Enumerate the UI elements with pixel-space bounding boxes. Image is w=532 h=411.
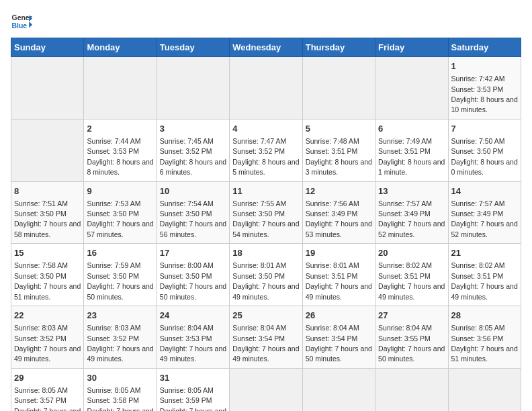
calendar-cell-empty (11, 119, 84, 181)
day-info: Sunrise: 8:00 AMSunset: 3:50 PMDaylight:… (160, 261, 226, 300)
day-number: 29 (14, 372, 81, 384)
day-info: Sunrise: 8:05 AMSunset: 3:58 PMDaylight:… (87, 386, 153, 411)
calendar-cell: 15Sunrise: 7:58 AMSunset: 3:50 PMDayligh… (11, 244, 84, 306)
day-info: Sunrise: 7:54 AMSunset: 3:50 PMDaylight:… (160, 199, 226, 238)
calendar-day-header: Tuesday (157, 38, 229, 57)
day-number: 12 (306, 185, 372, 197)
day-info: Sunrise: 8:05 AMSunset: 3:57 PMDaylight:… (14, 386, 81, 411)
calendar-cell-empty (375, 368, 448, 411)
calendar-cell: 26Sunrise: 8:04 AMSunset: 3:54 PMDayligh… (302, 306, 375, 369)
day-number: 16 (87, 247, 153, 259)
day-number: 8 (14, 185, 81, 197)
day-number: 10 (160, 185, 226, 197)
calendar-cell: 13Sunrise: 7:57 AMSunset: 3:49 PMDayligh… (375, 181, 448, 244)
day-info: Sunrise: 8:03 AMSunset: 3:52 PMDaylight:… (87, 324, 153, 363)
calendar-cell: 30Sunrise: 8:05 AMSunset: 3:58 PMDayligh… (84, 368, 157, 411)
calendar-cell: 16Sunrise: 7:59 AMSunset: 3:50 PMDayligh… (84, 244, 157, 306)
day-number: 1 (451, 60, 518, 73)
calendar-cell: 4Sunrise: 7:47 AMSunset: 3:52 PMDaylight… (230, 119, 302, 181)
calendar-cell-empty (230, 57, 302, 120)
day-info: Sunrise: 7:55 AMSunset: 3:50 PMDaylight:… (232, 199, 299, 238)
calendar-cell: 18Sunrise: 8:01 AMSunset: 3:50 PMDayligh… (230, 244, 302, 306)
day-info: Sunrise: 8:01 AMSunset: 3:51 PMDaylight:… (306, 261, 372, 300)
calendar-cell: 14Sunrise: 7:57 AMSunset: 3:49 PMDayligh… (448, 181, 521, 244)
day-number: 20 (378, 247, 445, 259)
calendar-cell: 20Sunrise: 8:02 AMSunset: 3:51 PMDayligh… (375, 244, 448, 306)
day-info: Sunrise: 7:53 AMSunset: 3:50 PMDaylight:… (87, 199, 153, 238)
day-info: Sunrise: 7:47 AMSunset: 3:52 PMDaylight:… (232, 137, 299, 176)
day-info: Sunrise: 7:42 AMSunset: 3:53 PMDaylight:… (451, 75, 518, 113)
calendar-cell: 17Sunrise: 8:00 AMSunset: 3:50 PMDayligh… (157, 244, 229, 306)
day-number: 9 (87, 185, 153, 197)
day-number: 28 (451, 310, 518, 322)
calendar-cell: 1Sunrise: 7:42 AMSunset: 3:53 PMDaylight… (448, 57, 521, 120)
calendar-day-header: Friday (375, 38, 448, 57)
svg-text:Blue: Blue (12, 22, 28, 30)
day-info: Sunrise: 8:05 AMSunset: 3:59 PMDaylight:… (160, 386, 226, 411)
day-number: 30 (87, 372, 153, 384)
day-info: Sunrise: 8:04 AMSunset: 3:55 PMDaylight:… (378, 324, 445, 363)
day-info: Sunrise: 8:03 AMSunset: 3:52 PMDaylight:… (14, 324, 81, 363)
day-info: Sunrise: 7:44 AMSunset: 3:53 PMDaylight:… (87, 137, 153, 176)
calendar-cell-empty (11, 57, 84, 120)
calendar-day-header: Sunday (11, 38, 84, 57)
day-info: Sunrise: 7:45 AMSunset: 3:52 PMDaylight:… (160, 137, 226, 176)
day-info: Sunrise: 7:51 AMSunset: 3:50 PMDaylight:… (14, 199, 81, 238)
calendar-cell: 6Sunrise: 7:49 AMSunset: 3:51 PMDaylight… (375, 119, 448, 181)
calendar-cell-empty (375, 57, 448, 120)
day-info: Sunrise: 7:50 AMSunset: 3:50 PMDaylight:… (451, 137, 518, 176)
logo: General Blue (11, 11, 32, 32)
day-info: Sunrise: 8:02 AMSunset: 3:51 PMDaylight:… (451, 261, 518, 300)
calendar-cell: 10Sunrise: 7:54 AMSunset: 3:50 PMDayligh… (157, 181, 229, 244)
calendar-cell: 28Sunrise: 8:05 AMSunset: 3:56 PMDayligh… (448, 306, 521, 369)
calendar-day-header: Saturday (448, 38, 521, 57)
day-number: 2 (87, 123, 153, 135)
calendar-cell: 7Sunrise: 7:50 AMSunset: 3:50 PMDaylight… (448, 119, 521, 181)
day-info: Sunrise: 8:04 AMSunset: 3:54 PMDaylight:… (306, 324, 372, 363)
calendar-cell-empty (157, 57, 229, 120)
calendar-cell-empty (230, 368, 302, 411)
calendar-cell-empty (84, 57, 157, 120)
day-number: 27 (378, 310, 445, 322)
day-number: 17 (160, 247, 226, 259)
day-info: Sunrise: 7:57 AMSunset: 3:49 PMDaylight:… (451, 199, 518, 238)
day-number: 5 (306, 123, 372, 135)
calendar-cell: 5Sunrise: 7:48 AMSunset: 3:51 PMDaylight… (302, 119, 375, 181)
day-info: Sunrise: 7:57 AMSunset: 3:49 PMDaylight:… (378, 199, 445, 238)
day-number: 6 (378, 123, 445, 135)
day-number: 3 (160, 123, 226, 135)
day-number: 26 (306, 310, 372, 322)
day-info: Sunrise: 8:01 AMSunset: 3:50 PMDaylight:… (232, 261, 299, 300)
day-number: 18 (232, 247, 299, 259)
calendar-cell: 9Sunrise: 7:53 AMSunset: 3:50 PMDaylight… (84, 181, 157, 244)
calendar-cell: 25Sunrise: 8:04 AMSunset: 3:54 PMDayligh… (230, 306, 302, 369)
day-info: Sunrise: 7:49 AMSunset: 3:51 PMDaylight:… (378, 137, 445, 176)
day-number: 24 (160, 310, 226, 322)
calendar-cell: 19Sunrise: 8:01 AMSunset: 3:51 PMDayligh… (302, 244, 375, 306)
calendar-cell: 2Sunrise: 7:44 AMSunset: 3:53 PMDaylight… (84, 119, 157, 181)
calendar-day-header: Wednesday (230, 38, 302, 57)
calendar-cell-empty (302, 368, 375, 411)
day-number: 31 (160, 372, 226, 384)
day-number: 4 (232, 123, 299, 135)
calendar-cell: 12Sunrise: 7:56 AMSunset: 3:49 PMDayligh… (302, 181, 375, 244)
day-number: 23 (87, 310, 153, 322)
day-number: 14 (451, 185, 518, 197)
calendar-cell: 31Sunrise: 8:05 AMSunset: 3:59 PMDayligh… (157, 368, 229, 411)
page-header: General Blue (11, 11, 521, 32)
calendar-cell: 22Sunrise: 8:03 AMSunset: 3:52 PMDayligh… (11, 306, 84, 369)
day-info: Sunrise: 8:04 AMSunset: 3:54 PMDaylight:… (232, 324, 299, 363)
day-number: 19 (306, 247, 372, 259)
day-number: 25 (232, 310, 299, 322)
calendar-cell-empty (302, 57, 375, 120)
day-number: 11 (232, 185, 299, 197)
logo-icon: General Blue (11, 11, 32, 32)
calendar-header-row: SundayMondayTuesdayWednesdayThursdayFrid… (11, 38, 521, 57)
calendar-cell: 3Sunrise: 7:45 AMSunset: 3:52 PMDaylight… (157, 119, 229, 181)
day-info: Sunrise: 8:02 AMSunset: 3:51 PMDaylight:… (378, 261, 445, 300)
day-number: 7 (451, 123, 518, 135)
calendar-day-header: Thursday (302, 38, 375, 57)
calendar-cell: 23Sunrise: 8:03 AMSunset: 3:52 PMDayligh… (84, 306, 157, 369)
day-info: Sunrise: 7:56 AMSunset: 3:49 PMDaylight:… (306, 199, 372, 238)
calendar-table: SundayMondayTuesdayWednesdayThursdayFrid… (11, 38, 521, 411)
